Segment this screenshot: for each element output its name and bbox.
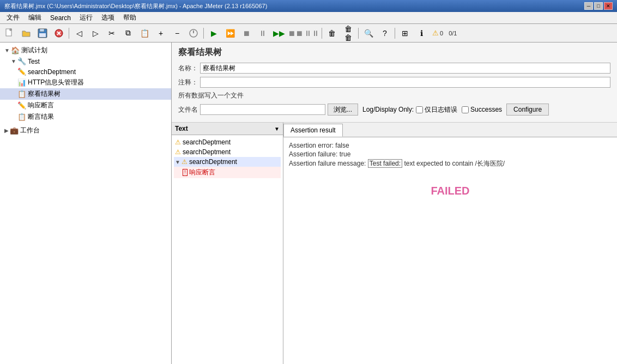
file-input[interactable] (200, 104, 325, 115)
close-test-button[interactable] (51, 26, 66, 40)
copy-button[interactable]: ⧉ (120, 26, 136, 40)
expand-arrow-test-plan[interactable]: ▼ (4, 47, 10, 53)
tree-item-test[interactable]: ▼ 🔧 Test (0, 56, 171, 66)
text-panel-header: Text ▼ (172, 123, 283, 135)
remote-shutdown-button[interactable]: ⏸⏸ (304, 26, 319, 40)
new-button[interactable] (2, 26, 17, 40)
shutdown-button[interactable]: ⏸ (255, 26, 270, 40)
window-controls: ─ □ ✕ (584, 2, 613, 10)
info-button[interactable]: ℹ (414, 26, 429, 40)
left-panel: ▼ 🏠 测试计划 ▼ 🔧 Test ✏️ searchDeptment 📊 HT… (0, 43, 172, 364)
menu-search[interactable]: Search (46, 13, 75, 23)
text-panel-content: ⚠ searchDeptment ⚠ searchDeptment ▼ ⚠ se… (172, 135, 283, 364)
assertion-failure-suffix: text expected to contain /长海医院/ (402, 160, 505, 167)
minimize-button[interactable]: ─ (584, 2, 593, 10)
log-display-label: Log/Display Only: (362, 106, 414, 113)
tree-item-result-tree[interactable]: 📋 察看结果树 (0, 88, 171, 100)
clear-all-button[interactable]: 🗑🗑 (341, 26, 356, 40)
list-item-label-3: searchDeptment (189, 158, 237, 166)
success-checkbox[interactable] (462, 106, 469, 113)
assertion-failure-highlighted: Test failed: (368, 159, 402, 168)
expand-arrow-workbench[interactable]: ▶ (4, 128, 9, 134)
maximize-button[interactable]: □ (594, 2, 603, 10)
search-icon-button[interactable]: 🔍 (361, 26, 376, 40)
warning-badge: ⚠ 0 (430, 28, 445, 38)
assertion-tab: Assertion result (283, 123, 617, 137)
tree-item-workbench[interactable]: ▶ 💼 工作台 (0, 125, 171, 136)
success-checkbox-label: Successes (462, 106, 502, 113)
error-checkbox-text: 仅日志错误 (425, 105, 457, 114)
cut-button[interactable]: ✂ (104, 26, 119, 40)
toolbar-separator-2 (203, 28, 204, 39)
assertion-line-1: Assertion error: false (289, 142, 612, 149)
browse-button[interactable]: 浏览... (328, 104, 358, 116)
all-data-label: 所有数据写入一个文件 (178, 91, 610, 100)
menu-help[interactable]: 帮助 (119, 12, 141, 23)
text-panel-dropdown[interactable]: ▼ (274, 126, 280, 132)
result-tree-icon: 📋 (17, 90, 26, 98)
toolbar-separator-4 (358, 28, 359, 39)
menu-edit[interactable]: 编辑 (24, 12, 46, 23)
clear-button[interactable]: 🗑 (324, 26, 340, 40)
error-checkbox-label: 仅日志错误 (416, 105, 457, 114)
menu-options[interactable]: 选项 (97, 12, 119, 23)
workbench-icon: 💼 (10, 126, 19, 135)
window-title: 察看结果树.jmx (C:\Users\Administrator\Deskto… (4, 2, 267, 10)
assert-result-icon: 📋 (17, 113, 26, 121)
list-item[interactable]: ⚠ searchDeptment (174, 147, 281, 157)
svg-rect-3 (39, 33, 46, 37)
expand-button[interactable]: + (153, 26, 168, 40)
table-button[interactable]: ⊞ (397, 26, 413, 40)
menu-file[interactable]: 文件 (2, 12, 24, 23)
list-item-label-4: 响应断言 (189, 168, 215, 177)
paste-button[interactable]: 📋 (137, 26, 152, 40)
assertion-line-3: Assertion failure message: Test failed: … (289, 159, 612, 168)
list-item-label-1: searchDeptment (183, 138, 231, 146)
text-panel-title: Text (175, 125, 188, 132)
tree-item-http-mgr[interactable]: 📊 HTTP信息头管理器 (0, 77, 171, 88)
warning-icon-3: ⚠ (182, 158, 187, 166)
stop-button[interactable]: ⏹ (239, 26, 254, 40)
close-button[interactable]: ✕ (604, 2, 613, 10)
search-dept-icon: ✏️ (17, 68, 26, 76)
name-input[interactable] (200, 63, 610, 74)
success-checkbox-text: Successes (470, 106, 502, 113)
error-count: 0/1 (449, 30, 457, 37)
start-no-pause-button[interactable]: ⏩ (222, 26, 238, 40)
save-button[interactable] (35, 26, 50, 40)
undo-button[interactable]: ◁ (71, 26, 87, 40)
open-button[interactable] (19, 26, 34, 40)
main-layout: ▼ 🏠 测试计划 ▼ 🔧 Test ✏️ searchDeptment 📊 HT… (0, 43, 617, 364)
name-label: 名称： (178, 64, 200, 73)
collapse-button[interactable]: − (170, 26, 185, 40)
remote-stop-button[interactable]: ⏹⏹ (288, 26, 303, 40)
tree-item-search-dept[interactable]: ✏️ searchDeptment (0, 66, 171, 77)
warning-icon-2: ⚠ (175, 148, 181, 156)
redo-button[interactable]: ▷ (88, 26, 103, 40)
tree-label-assert-resp: 响应断言 (28, 101, 54, 110)
toolbar-separator-3 (322, 28, 322, 39)
toolbar: ◁ ▷ ✂ ⧉ 📋 + − ▶ ⏩ ⏹ ⏸ ▶▶ ⏹⏹ ⏸⏸ 🗑 🗑🗑 🔍 ? … (0, 24, 617, 43)
help-button[interactable]: ? (377, 26, 392, 40)
list-item[interactable]: ⚠ searchDeptment (174, 137, 281, 147)
tree-item-assert-resp[interactable]: ✏️ 响应断言 (0, 100, 171, 111)
assert-resp-icon: ✏️ (17, 101, 26, 110)
tree-item-assert-result[interactable]: 📋 断言结果 (0, 111, 171, 123)
panel-header: 察看结果树 名称： 注释： 所有数据写入一个文件 文件名 浏览... Log/D… (172, 43, 617, 122)
configure-button[interactable]: Configure (506, 104, 549, 116)
expand-arrow-test[interactable]: ▼ (11, 58, 16, 64)
error-checkbox[interactable] (416, 106, 423, 113)
list-item[interactable]: ▼ ⚠ searchDeptment (174, 157, 281, 167)
comment-input[interactable] (200, 77, 610, 88)
panel-title: 察看结果树 (178, 47, 610, 58)
tree-item-test-plan[interactable]: ▼ 🏠 测试计划 (0, 45, 171, 56)
enable-button[interactable] (186, 26, 201, 40)
list-item[interactable]: ! 响应断言 (174, 167, 281, 178)
assertion-tab-item[interactable]: Assertion result (283, 124, 343, 137)
start-button[interactable]: ▶ (206, 26, 221, 40)
menu-run[interactable]: 运行 (75, 12, 97, 23)
remote-start-button[interactable]: ▶▶ (271, 26, 287, 40)
tree-label-assert-result: 断言结果 (28, 112, 54, 122)
http-mgr-icon: 📊 (17, 78, 26, 87)
expand-arrow-item3[interactable]: ▼ (175, 159, 180, 165)
